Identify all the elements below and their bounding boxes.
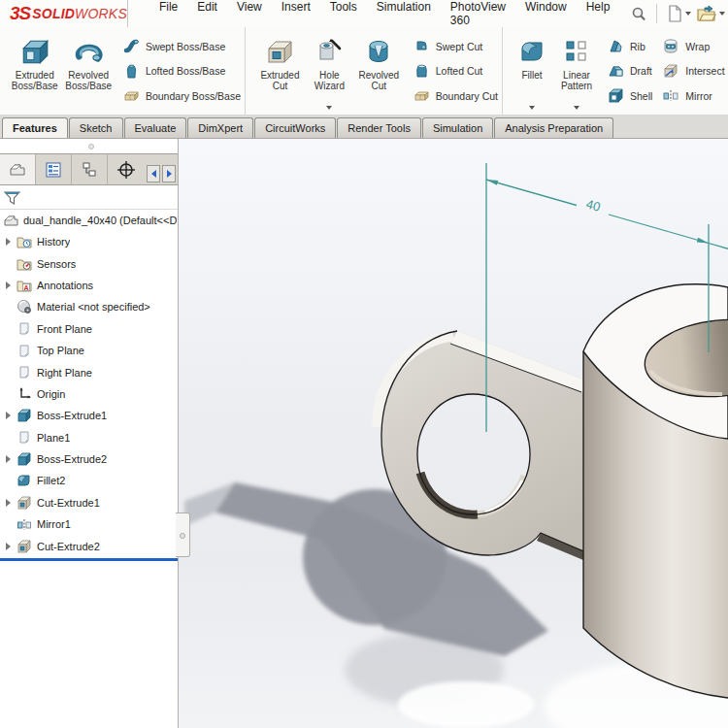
fillet-button[interactable]: Fillet — [511, 31, 553, 113]
lofted-boss-base-button[interactable]: Lofted Boss/Base — [123, 59, 241, 83]
tree-item-boss-extrude1[interactable]: Boss-Extrude1 — [0, 405, 178, 426]
wrap-button[interactable]: Wrap — [662, 34, 724, 58]
rib-button[interactable]: Rib — [608, 34, 652, 58]
mirror-button[interactable]: Mirror — [662, 83, 724, 108]
open-document-dropdown[interactable] — [719, 12, 725, 16]
tree-item-boss-extrude2[interactable]: Boss-Extrude2 — [0, 448, 178, 470]
rollback-bar[interactable] — [0, 558, 178, 561]
swept-cut-button[interactable]: Swept Cut — [414, 34, 498, 58]
tree-item-label: Material <not specified> — [37, 301, 150, 313]
model-canvas[interactable]: 40 — [179, 139, 728, 728]
button-label: Draft — [630, 65, 652, 77]
boss-extrude-icon — [17, 408, 32, 423]
button-label: Extruded — [16, 70, 54, 81]
wrap-icon — [662, 38, 679, 54]
fm-tab-scroll-right-button[interactable] — [162, 165, 176, 182]
tab-features[interactable]: Features — [2, 117, 68, 138]
collapse-handle-dot — [180, 533, 185, 539]
hole-wizard-button[interactable]: Hole Wizard — [307, 31, 352, 113]
revolved-cut-button[interactable]: Revolved Cut — [352, 31, 406, 113]
tree-item-right-plane[interactable]: Right Plane — [0, 361, 178, 382]
feature-tree-filter-input[interactable] — [21, 188, 175, 206]
tree-item-cut-extrude1[interactable]: Cut-Extrude1 — [0, 492, 178, 513]
button-label: Fillet — [521, 70, 542, 81]
solidworks-window: 3S SOLIDWORKS File Edit View Insert Tool… — [0, 0, 728, 728]
mirror-icon — [662, 87, 679, 104]
expand-arrow[interactable] — [0, 499, 16, 507]
featuremanager-tree-tab[interactable] — [0, 154, 36, 184]
tree-item-history[interactable]: History — [0, 231, 178, 252]
expand-arrow[interactable] — [0, 281, 16, 289]
lofted-cut-button[interactable]: Lofted Cut — [414, 59, 498, 83]
tree-item-origin[interactable]: Origin — [0, 383, 178, 405]
fillet-dropdown[interactable] — [529, 106, 535, 110]
boundary-cut-icon — [414, 87, 430, 104]
annotations-folder-icon: A — [17, 279, 32, 292]
expand-arrow[interactable] — [0, 455, 16, 463]
configuration-tree-icon — [80, 161, 99, 179]
draft-icon — [608, 63, 624, 80]
tree-item-plane1[interactable]: Plane1 — [0, 427, 178, 448]
tree-item-label: Sensors — [37, 258, 76, 270]
model-cylinder-boss[interactable] — [583, 284, 728, 698]
displaymanager-tab-partial[interactable] — [150, 153, 170, 160]
tree-item-cut-extrude2[interactable]: Cut-Extrude2 — [0, 535, 178, 556]
open-document-button[interactable] — [694, 3, 728, 24]
panel-collapse-handle[interactable] — [176, 513, 190, 557]
revolved-boss-base-button[interactable]: Revolved Boss/Base — [61, 31, 115, 113]
boundary-boss-base-button[interactable]: Boundary Boss/Base — [123, 83, 241, 108]
tab-analysis-preparation[interactable]: Analysis Preparation — [494, 117, 613, 138]
shell-button[interactable]: Shell — [608, 83, 652, 108]
tab-dimxpert[interactable]: DimXpert — [187, 117, 253, 138]
propertymanager-tab[interactable] — [36, 154, 72, 184]
button-label: Wizard — [314, 81, 345, 91]
swept-boss-base-button[interactable]: Swept Boss/Base — [123, 34, 241, 58]
tab-render-tools[interactable]: Render Tools — [337, 117, 421, 138]
search-button[interactable] — [627, 4, 649, 24]
expand-arrow[interactable] — [0, 412, 16, 419]
new-document-button[interactable] — [664, 3, 694, 24]
configurationmanager-tab[interactable] — [72, 154, 108, 184]
button-label: Intersect — [685, 65, 724, 77]
expand-arrow[interactable] — [0, 543, 16, 550]
right-triangle-icon — [6, 543, 11, 550]
menu-bar: 3S SOLIDWORKS File Edit View Insert Tool… — [0, 0, 728, 27]
extruded-boss-base-button[interactable]: Extruded Boss/Base — [8, 31, 61, 113]
tab-circuitworks[interactable]: CircuitWorks — [254, 117, 336, 138]
panel-splitter[interactable] — [0, 139, 178, 153]
tree-item-top-plane[interactable]: Top Plane — [0, 340, 178, 361]
tab-simulation[interactable]: Simulation — [422, 117, 493, 138]
tree-item-material[interactable]: Material <not specified> — [0, 296, 178, 317]
graphics-viewport[interactable]: 40 — [179, 139, 728, 728]
splitter-grip[interactable] — [88, 144, 94, 149]
dimxpertmanager-tab[interactable] — [108, 154, 144, 184]
expand-arrow[interactable] — [0, 238, 16, 246]
tree-item-label: Fillet2 — [37, 475, 65, 486]
extruded-cut-button[interactable]: Extruded Cut — [253, 31, 307, 113]
tree-item-label: Mirror1 — [37, 518, 71, 530]
button-label: Linear — [563, 70, 590, 81]
boundary-cut-button[interactable]: Boundary Cut — [414, 83, 498, 108]
tree-item-sensors[interactable]: Sensors — [0, 252, 178, 274]
tab-evaluate[interactable]: Evaluate — [124, 117, 187, 138]
hole-wizard-dropdown[interactable] — [326, 106, 332, 110]
tree-item-label: Right Plane — [37, 367, 92, 379]
intersect-button[interactable]: Intersect — [662, 59, 724, 83]
fm-tab-scroll-left-button[interactable] — [147, 165, 160, 182]
tree-root-item[interactable]: dual_handle_40x40 (Default<<D — [0, 210, 178, 231]
new-document-dropdown[interactable] — [685, 12, 691, 16]
tree-item-mirror1[interactable]: Mirror1 — [0, 513, 178, 535]
part-icon — [8, 161, 27, 179]
linear-pattern-button[interactable]: Linear Pattern — [553, 31, 600, 113]
extruded-boss-icon — [19, 36, 50, 67]
tab-sketch[interactable]: Sketch — [69, 117, 123, 138]
draft-button[interactable]: Draft — [608, 59, 652, 83]
tree-item-annotations[interactable]: A Annotations — [0, 275, 178, 296]
button-label: Wrap — [685, 41, 710, 52]
tree-item-front-plane[interactable]: Front Plane — [0, 318, 178, 340]
tree-item-fillet2[interactable]: Fillet2 — [0, 470, 178, 491]
ribbon-group-features: Fillet Linear Pattern — [503, 27, 728, 115]
plane-icon — [17, 430, 32, 445]
linear-pattern-dropdown[interactable] — [574, 106, 579, 110]
tree-item-label: Origin — [37, 388, 65, 400]
